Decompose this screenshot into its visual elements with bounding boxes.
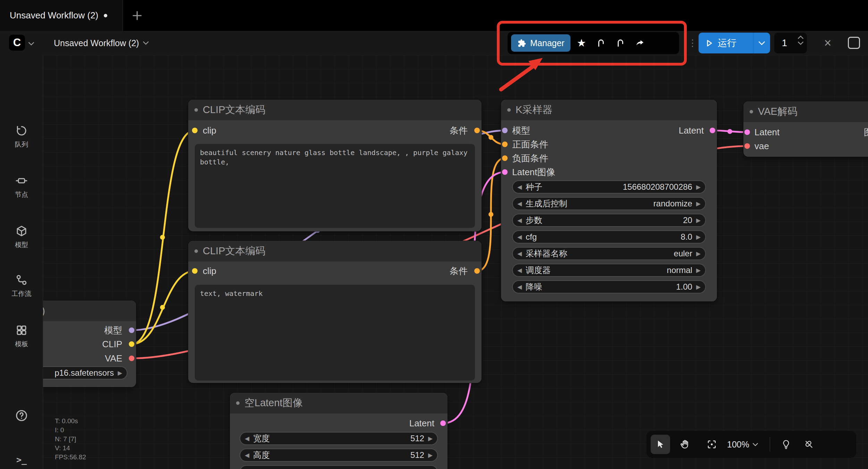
graph-canvas[interactable]: CLIP文本编码 clip 条件 beautiful scenery natur… — [43, 55, 868, 469]
sidebar-item-models[interactable]: 模型 — [0, 225, 43, 249]
decrement-icon[interactable]: ◀ — [517, 201, 522, 207]
collapse-dot[interactable] — [750, 110, 753, 113]
node-header[interactable]: K采样器 — [501, 100, 717, 120]
run-button-main[interactable]: 运行 — [699, 37, 753, 49]
widget-batch-size[interactable] — [240, 465, 438, 469]
increment-icon[interactable]: ▶ — [696, 251, 701, 257]
decrement-icon[interactable]: ◀ — [245, 436, 249, 442]
widget-ckpt-name[interactable]: p16.safetensors ▶ — [43, 366, 127, 380]
sidebar-item-templates[interactable]: 模板 — [0, 324, 43, 349]
input-port-positive[interactable] — [502, 142, 508, 147]
widget-scheduler[interactable]: ◀ 调度器 normal ▶ — [512, 264, 706, 277]
decrement-icon[interactable]: ◀ — [245, 452, 249, 458]
manager-button[interactable]: Manager — [511, 34, 570, 52]
collapse-dot[interactable] — [507, 108, 511, 112]
increment-icon[interactable]: ▶ — [696, 184, 701, 190]
node-header[interactable]: CLIP文本编码 — [188, 241, 482, 262]
node-header[interactable]: 空Latent图像 — [230, 393, 448, 413]
node-clip-text-encode-positive[interactable]: CLIP文本编码 clip 条件 beautiful scenery natur… — [188, 100, 482, 231]
increment-icon[interactable]: ▶ — [696, 218, 701, 223]
increment-icon[interactable]: ▶ — [696, 284, 701, 290]
widget-sampler-name[interactable]: ◀ 采样器名称 euler ▶ — [512, 247, 706, 260]
node-vae-decode[interactable]: VAE解码 Latent vae 图像 — [743, 101, 868, 157]
node-empty-latent-image[interactable]: 空Latent图像 Latent ◀ 宽度 512 ▶ ◀ 高度 512 ▶ — [230, 393, 448, 469]
increment-icon[interactable]: ▶ — [428, 436, 433, 442]
node-checkpoint-loader[interactable]: ) 模型 CLIP VAE p16.safetensors ▶ — [43, 300, 136, 387]
workflow-title-dropdown[interactable]: Unsaved Workflow (2) — [54, 31, 149, 55]
decrement-icon[interactable]: ◀ — [517, 184, 522, 190]
favorites-button[interactable]: ★ — [573, 35, 590, 51]
output-port-conditioning[interactable] — [474, 268, 480, 274]
decrement-icon[interactable]: ◀ — [517, 218, 522, 223]
widget-height[interactable]: ◀ 高度 512 ▶ — [240, 449, 438, 462]
cancel-button[interactable]: × — [821, 36, 835, 50]
widget-seed[interactable]: ◀ 种子 156680208700286 ▶ — [512, 180, 706, 194]
input-port-clip[interactable] — [192, 268, 198, 274]
collapse-dot[interactable] — [194, 249, 198, 253]
decrement-icon[interactable]: ◀ — [517, 284, 522, 290]
decrement-icon[interactable]: ◀ — [517, 234, 522, 240]
output-port-latent[interactable] — [710, 128, 715, 133]
chevron-down-icon[interactable] — [798, 42, 803, 45]
input-port-clip[interactable] — [192, 128, 198, 133]
output-port-latent[interactable] — [440, 420, 446, 426]
input-port-model[interactable] — [502, 128, 508, 133]
comfyui-logo[interactable]: C — [9, 35, 25, 51]
decrement-icon[interactable]: ◀ — [517, 267, 522, 273]
widget-denoise[interactable]: ◀ 降噪 1.00 ▶ — [512, 280, 706, 293]
chevron-up-icon[interactable] — [798, 36, 803, 39]
output-port-vae[interactable] — [129, 356, 134, 361]
collapse-dot[interactable] — [236, 401, 240, 405]
widget-width[interactable]: ◀ 宽度 512 ▶ — [240, 432, 438, 445]
batch-count-stepper[interactable]: 1 — [774, 33, 807, 53]
input-port-vae[interactable] — [744, 143, 750, 149]
custom-nodes-button[interactable] — [593, 35, 609, 51]
collapse-dot[interactable] — [194, 108, 198, 112]
output-port-conditioning[interactable] — [474, 128, 480, 133]
prompt-textarea[interactable]: text, watermark — [195, 285, 475, 381]
missing-nodes-button[interactable] — [612, 35, 629, 51]
pan-tool-button[interactable] — [675, 435, 694, 454]
logo-chevron-down-icon[interactable] — [28, 41, 34, 47]
input-port-negative[interactable] — [502, 155, 508, 161]
node-ksampler[interactable]: K采样器 模型 正面条件 负面条件 Latent图像 Latent ◀ 种子 1… — [501, 100, 717, 301]
run-button[interactable]: 运行 — [699, 33, 770, 53]
toolbar-drag-handle[interactable]: ⋮ — [688, 31, 697, 55]
widget-cfg[interactable]: ◀ cfg 8.0 ▶ — [512, 230, 706, 244]
share-button[interactable] — [632, 35, 648, 51]
fit-view-button[interactable] — [702, 435, 721, 454]
sidebar-item-workflows[interactable]: 工作流 — [0, 274, 43, 298]
widget-control-after-generate[interactable]: ◀ 生成后控制 randomize ▶ — [512, 197, 706, 210]
new-tab-button[interactable] — [129, 8, 145, 24]
output-port-clip[interactable] — [129, 341, 134, 347]
increment-icon[interactable]: ▶ — [118, 370, 122, 376]
workflow-tab[interactable]: Unsaved Workflow (2) — [0, 0, 123, 31]
increment-icon[interactable]: ▶ — [696, 201, 701, 207]
input-port-latent-image[interactable] — [502, 169, 508, 175]
stat-version: V: 14 — [55, 444, 86, 453]
toggle-theme-button[interactable] — [776, 435, 796, 454]
widget-steps[interactable]: ◀ 步数 20 ▶ — [512, 214, 706, 227]
stop-button[interactable] — [848, 37, 860, 49]
increment-icon[interactable]: ▶ — [696, 267, 701, 273]
zoom-dropdown[interactable]: 100% — [727, 440, 758, 450]
increment-icon[interactable]: ▶ — [428, 452, 433, 458]
node-title: CLIP文本编码 — [203, 244, 265, 258]
node-header[interactable]: ) — [43, 300, 136, 321]
increment-icon[interactable]: ▶ — [696, 234, 701, 240]
node-header[interactable]: VAE解码 — [743, 101, 868, 122]
node-header[interactable]: CLIP文本编码 — [188, 100, 482, 120]
sidebar-item-help[interactable] — [0, 409, 43, 422]
sidebar-item-queue[interactable]: 队列 — [0, 125, 43, 149]
toggle-links-button[interactable] — [799, 435, 819, 454]
sidebar-item-terminal[interactable]: >_ — [0, 455, 43, 465]
decrement-icon[interactable]: ◀ — [517, 251, 522, 257]
select-tool-button[interactable] — [651, 435, 670, 454]
prompt-textarea[interactable]: beautiful scenery nature glass bottle la… — [195, 144, 475, 228]
input-port-latent[interactable] — [744, 129, 750, 135]
share-arrow-icon — [635, 38, 645, 48]
sidebar-item-nodes[interactable]: 节点 — [0, 174, 43, 199]
node-clip-text-encode-negative[interactable]: CLIP文本编码 clip 条件 text, watermark — [188, 241, 482, 383]
run-options-chevron[interactable] — [753, 33, 770, 53]
output-port-model[interactable] — [129, 327, 134, 333]
